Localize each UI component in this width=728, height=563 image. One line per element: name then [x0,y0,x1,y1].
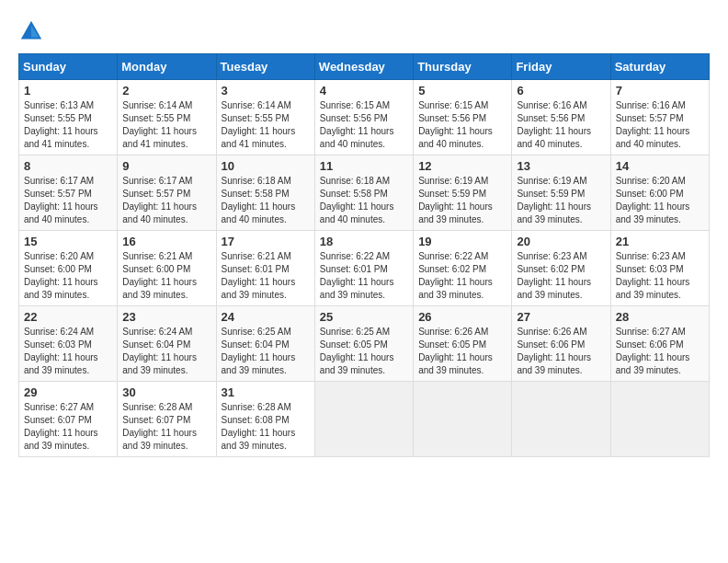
day-info: Sunrise: 6:15 AMSunset: 5:56 PMDaylight:… [320,100,394,149]
day-number: 6 [517,84,605,98]
calendar-cell: 27 Sunrise: 6:26 AMSunset: 6:06 PMDaylig… [512,306,610,382]
day-info: Sunrise: 6:19 AMSunset: 5:59 PMDaylight:… [517,176,591,224]
day-info: Sunrise: 6:26 AMSunset: 6:05 PMDaylight:… [418,327,493,375]
day-info: Sunrise: 6:25 AMSunset: 6:04 PMDaylight:… [222,327,296,375]
calendar-cell [512,382,610,457]
day-info: Sunrise: 6:22 AMSunset: 6:01 PMDaylight:… [320,251,394,300]
day-number: 9 [122,159,210,173]
week-row-4: 22 Sunrise: 6:24 AMSunset: 6:03 PMDaylig… [19,306,710,382]
calendar-cell: 22 Sunrise: 6:24 AMSunset: 6:03 PMDaylig… [19,306,118,382]
day-number: 28 [616,310,704,324]
calendar-cell: 29 Sunrise: 6:27 AMSunset: 6:07 PMDaylig… [19,382,118,457]
day-info: Sunrise: 6:23 AMSunset: 6:02 PMDaylight:… [517,251,591,300]
calendar-cell: 3 Sunrise: 6:14 AMSunset: 5:55 PMDayligh… [216,80,314,155]
calendar-cell: 1 Sunrise: 6:13 AMSunset: 5:55 PMDayligh… [19,80,118,155]
day-info: Sunrise: 6:19 AMSunset: 5:59 PMDaylight:… [418,176,493,224]
day-info: Sunrise: 6:21 AMSunset: 6:00 PMDaylight:… [122,251,197,300]
day-number: 4 [320,84,408,98]
day-number: 31 [222,385,310,399]
day-number: 1 [24,84,112,98]
day-number: 20 [517,235,605,248]
col-header-tuesday: Tuesday [216,54,314,80]
day-info: Sunrise: 6:14 AMSunset: 5:55 PMDaylight:… [222,100,296,149]
week-row-1: 1 Sunrise: 6:13 AMSunset: 5:55 PMDayligh… [19,80,710,155]
day-number: 10 [222,159,310,173]
calendar-cell: 26 Sunrise: 6:26 AMSunset: 6:05 PMDaylig… [414,306,512,382]
day-number: 27 [517,310,605,324]
calendar-cell: 7 Sunrise: 6:16 AMSunset: 5:57 PMDayligh… [610,80,709,155]
logo [18,18,46,44]
calendar-cell: 18 Sunrise: 6:22 AMSunset: 6:01 PMDaylig… [314,231,413,306]
col-header-monday: Monday [118,54,216,80]
day-info: Sunrise: 6:24 AMSunset: 6:04 PMDaylight:… [122,327,197,375]
day-info: Sunrise: 6:26 AMSunset: 6:06 PMDaylight:… [517,327,591,375]
calendar-cell: 30 Sunrise: 6:28 AMSunset: 6:07 PMDaylig… [118,382,216,457]
day-number: 18 [320,235,408,248]
day-info: Sunrise: 6:14 AMSunset: 5:55 PMDaylight:… [122,100,197,149]
day-number: 26 [418,310,506,324]
day-info: Sunrise: 6:18 AMSunset: 5:58 PMDaylight:… [320,176,394,224]
calendar-cell: 31 Sunrise: 6:28 AMSunset: 6:08 PMDaylig… [216,382,314,457]
day-info: Sunrise: 6:15 AMSunset: 5:56 PMDaylight:… [418,100,493,149]
calendar-cell: 9 Sunrise: 6:17 AMSunset: 5:57 PMDayligh… [118,155,216,231]
week-row-3: 15 Sunrise: 6:20 AMSunset: 6:00 PMDaylig… [19,231,710,306]
day-number: 22 [24,310,112,324]
calendar-cell: 2 Sunrise: 6:14 AMSunset: 5:55 PMDayligh… [118,80,216,155]
day-info: Sunrise: 6:17 AMSunset: 5:57 PMDaylight:… [24,176,98,224]
calendar-cell: 21 Sunrise: 6:23 AMSunset: 6:03 PMDaylig… [610,231,709,306]
col-header-sunday: Sunday [19,54,118,80]
day-number: 13 [517,159,605,173]
logo-icon [18,18,44,44]
calendar-cell: 20 Sunrise: 6:23 AMSunset: 6:02 PMDaylig… [512,231,610,306]
calendar-cell [610,382,709,457]
calendar-cell: 10 Sunrise: 6:18 AMSunset: 5:58 PMDaylig… [216,155,314,231]
day-number: 3 [222,84,310,98]
day-info: Sunrise: 6:18 AMSunset: 5:58 PMDaylight:… [222,176,296,224]
day-info: Sunrise: 6:16 AMSunset: 5:57 PMDaylight:… [616,100,690,149]
col-header-thursday: Thursday [414,54,512,80]
calendar-cell: 24 Sunrise: 6:25 AMSunset: 6:04 PMDaylig… [216,306,314,382]
day-number: 11 [320,159,408,173]
calendar-cell: 19 Sunrise: 6:22 AMSunset: 6:02 PMDaylig… [414,231,512,306]
day-number: 17 [222,235,310,248]
calendar-cell: 15 Sunrise: 6:20 AMSunset: 6:00 PMDaylig… [19,231,118,306]
day-info: Sunrise: 6:27 AMSunset: 6:06 PMDaylight:… [616,327,690,375]
day-number: 30 [122,385,210,399]
week-row-5: 29 Sunrise: 6:27 AMSunset: 6:07 PMDaylig… [19,382,710,457]
page-header [18,18,710,44]
day-number: 24 [222,310,310,324]
calendar-cell [414,382,512,457]
day-info: Sunrise: 6:21 AMSunset: 6:01 PMDaylight:… [222,251,296,300]
day-info: Sunrise: 6:13 AMSunset: 5:55 PMDaylight:… [24,100,98,149]
day-info: Sunrise: 6:24 AMSunset: 6:03 PMDaylight:… [24,327,98,375]
calendar-cell: 5 Sunrise: 6:15 AMSunset: 5:56 PMDayligh… [414,80,512,155]
calendar-cell: 16 Sunrise: 6:21 AMSunset: 6:00 PMDaylig… [118,231,216,306]
calendar-cell: 6 Sunrise: 6:16 AMSunset: 5:56 PMDayligh… [512,80,610,155]
calendar-cell: 12 Sunrise: 6:19 AMSunset: 5:59 PMDaylig… [414,155,512,231]
day-info: Sunrise: 6:20 AMSunset: 6:00 PMDaylight:… [616,176,690,224]
day-info: Sunrise: 6:27 AMSunset: 6:07 PMDaylight:… [24,402,98,451]
week-row-2: 8 Sunrise: 6:17 AMSunset: 5:57 PMDayligh… [19,155,710,231]
day-number: 2 [122,84,210,98]
calendar-cell: 11 Sunrise: 6:18 AMSunset: 5:58 PMDaylig… [314,155,413,231]
day-number: 5 [418,84,506,98]
day-number: 16 [122,235,210,248]
day-number: 12 [418,159,506,173]
calendar-cell: 14 Sunrise: 6:20 AMSunset: 6:00 PMDaylig… [610,155,709,231]
day-info: Sunrise: 6:20 AMSunset: 6:00 PMDaylight:… [24,251,98,300]
day-number: 25 [320,310,408,324]
day-info: Sunrise: 6:28 AMSunset: 6:08 PMDaylight:… [222,402,296,451]
calendar-cell: 4 Sunrise: 6:15 AMSunset: 5:56 PMDayligh… [314,80,413,155]
day-number: 21 [616,235,704,248]
calendar-cell: 25 Sunrise: 6:25 AMSunset: 6:05 PMDaylig… [314,306,413,382]
header-row: SundayMondayTuesdayWednesdayThursdayFrid… [19,54,710,80]
day-info: Sunrise: 6:25 AMSunset: 6:05 PMDaylight:… [320,327,394,375]
col-header-wednesday: Wednesday [314,54,413,80]
day-info: Sunrise: 6:16 AMSunset: 5:56 PMDaylight:… [517,100,591,149]
day-info: Sunrise: 6:23 AMSunset: 6:03 PMDaylight:… [616,251,690,300]
calendar-cell: 28 Sunrise: 6:27 AMSunset: 6:06 PMDaylig… [610,306,709,382]
calendar-cell [314,382,413,457]
day-number: 19 [418,235,506,248]
calendar-cell: 13 Sunrise: 6:19 AMSunset: 5:59 PMDaylig… [512,155,610,231]
day-info: Sunrise: 6:17 AMSunset: 5:57 PMDaylight:… [122,176,197,224]
